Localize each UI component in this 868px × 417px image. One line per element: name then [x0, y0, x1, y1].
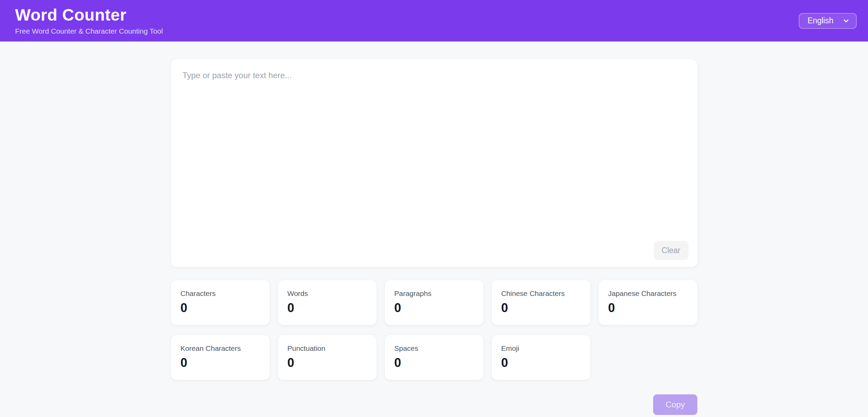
- stat-label: Characters: [181, 289, 260, 298]
- stat-label: Chinese Characters: [501, 289, 581, 298]
- header-titles: Word Counter Free Word Counter & Charact…: [15, 6, 163, 36]
- stats-grid: Characters 0 Words 0 Paragraphs 0 Chines…: [171, 280, 697, 380]
- stat-value: 0: [501, 301, 581, 315]
- stat-value: 0: [608, 301, 688, 315]
- stat-label: Punctuation: [288, 344, 367, 353]
- action-row: Copy: [171, 394, 697, 415]
- stat-label: Spaces: [394, 344, 474, 353]
- stat-value: 0: [394, 301, 474, 315]
- stat-card-punctuation: Punctuation 0: [278, 335, 377, 380]
- stat-value: 0: [288, 356, 367, 370]
- stat-label: Japanese Characters: [608, 289, 688, 298]
- page-title: Word Counter: [15, 6, 163, 24]
- stat-value: 0: [501, 356, 581, 370]
- language-select[interactable]: English: [799, 13, 857, 29]
- stat-value: 0: [181, 301, 260, 315]
- stat-card-korean-characters: Korean Characters 0: [171, 335, 270, 380]
- stat-card-japanese-characters: Japanese Characters 0: [599, 280, 697, 325]
- clear-button[interactable]: Clear: [654, 241, 688, 260]
- stat-card-chinese-characters: Chinese Characters 0: [492, 280, 590, 325]
- app-header: Word Counter Free Word Counter & Charact…: [0, 0, 868, 41]
- copy-button[interactable]: Copy: [653, 394, 697, 415]
- main-content: Clear Characters 0 Words 0 Paragraphs 0 …: [171, 59, 697, 415]
- stat-card-emoji: Emoji 0: [492, 335, 590, 380]
- stat-label: Emoji: [501, 344, 581, 353]
- stat-card-paragraphs: Paragraphs 0: [385, 280, 484, 325]
- text-editor-card: Clear: [171, 59, 697, 267]
- stat-label: Korean Characters: [181, 344, 260, 353]
- stat-value: 0: [394, 356, 474, 370]
- language-select-value: English: [808, 16, 833, 25]
- page-subtitle: Free Word Counter & Character Counting T…: [15, 27, 163, 35]
- stat-card-spaces: Spaces 0: [385, 335, 484, 380]
- stat-card-characters: Characters 0: [171, 280, 270, 325]
- stat-value: 0: [181, 356, 260, 370]
- stat-value: 0: [288, 301, 367, 315]
- stat-card-words: Words 0: [278, 280, 377, 325]
- chevron-down-icon: [842, 17, 850, 25]
- text-input[interactable]: [171, 59, 697, 234]
- stat-label: Words: [288, 289, 367, 298]
- stat-label: Paragraphs: [394, 289, 474, 298]
